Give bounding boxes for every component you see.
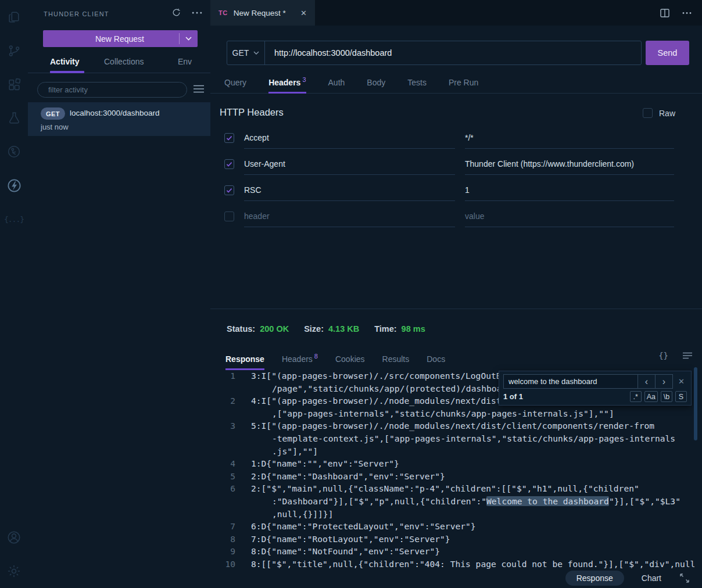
- code-line: .js"],""]: [210, 445, 702, 458]
- tab-results[interactable]: Results: [382, 349, 410, 370]
- filter-activity-input[interactable]: [37, 82, 187, 98]
- code-line: -template-context.js",["app-pages-intern…: [210, 432, 702, 445]
- header-checkbox[interactable]: [224, 133, 234, 143]
- refresh-icon[interactable]: [171, 8, 181, 17]
- selection-toggle[interactable]: S: [675, 391, 687, 402]
- header-name[interactable]: User-Agent: [244, 153, 455, 175]
- raw-toggle[interactable]: Raw: [643, 108, 675, 118]
- activity-list-item[interactable]: GET localhost:3000/dashboard just now: [28, 102, 210, 136]
- new-request-label: New Request: [43, 34, 179, 44]
- http-headers-title: HTTP Headers: [220, 107, 284, 118]
- tab-response-headers[interactable]: Headers8: [282, 349, 318, 370]
- header-name-input[interactable]: [244, 211, 455, 221]
- request-response-divider[interactable]: [210, 309, 702, 309]
- find-next-button[interactable]: ›: [656, 374, 673, 389]
- account-icon[interactable]: [0, 521, 28, 554]
- tab-headers[interactable]: Headers3: [268, 72, 306, 94]
- code-line: ,null,{}]]}]: [210, 508, 702, 521]
- format-json-icon[interactable]: {}: [658, 351, 668, 360]
- tab-tests[interactable]: Tests: [407, 72, 427, 94]
- snippets-icon[interactable]: {...}: [0, 202, 28, 236]
- thunder-client-app: {...} THUNDER CLIENT New Request: [0, 0, 702, 588]
- testing-flask-icon[interactable]: [0, 101, 28, 135]
- editor-strip-icons: [660, 0, 692, 26]
- whole-word-toggle[interactable]: \b: [661, 391, 672, 402]
- scrollbar-thumb[interactable]: [694, 367, 697, 440]
- activity-item-url: localhost:3000/dashboard: [70, 109, 160, 117]
- size-label: Size:: [304, 324, 324, 334]
- view-response-button[interactable]: Response: [565, 571, 624, 586]
- response-status-line: Status:200 OK Size:4.13 KB Time:98 ms: [227, 324, 425, 334]
- new-request-button[interactable]: New Request: [43, 30, 198, 47]
- thunder-client-icon[interactable]: [0, 168, 28, 202]
- size-value: 4.13 KB: [328, 324, 359, 334]
- editor-area: TC New Request * ✕ GET Send: [210, 0, 702, 588]
- time-value: 98 ms: [402, 324, 425, 334]
- tab-cookies[interactable]: Cookies: [335, 349, 365, 370]
- find-input[interactable]: [503, 374, 638, 389]
- extensions-icon[interactable]: [0, 67, 28, 101]
- raw-label: Raw: [659, 109, 675, 118]
- dependencies-icon[interactable]: [0, 135, 28, 168]
- expand-icon[interactable]: [679, 572, 690, 584]
- tab-env[interactable]: Env: [178, 57, 192, 66]
- more-actions-icon[interactable]: [192, 11, 202, 15]
- files-icon[interactable]: [0, 0, 28, 34]
- search-match-highlight: Welcome to the dashboard: [486, 496, 609, 506]
- view-chart-button[interactable]: Chart: [642, 573, 661, 583]
- tab-collections[interactable]: Collections: [104, 57, 144, 66]
- code-line: 41:D{"name":"","env":"Server"}: [210, 457, 702, 470]
- editor-tab-new-request[interactable]: TC New Request * ✕: [210, 0, 315, 26]
- header-row: RSC 1: [224, 179, 674, 201]
- tab-body[interactable]: Body: [367, 72, 385, 94]
- response-tabs: Response Headers8 Cookies Results Docs: [210, 350, 702, 368]
- code-line-with-match: :"Dashboard"}],["$","p",null,{"children"…: [210, 495, 702, 508]
- tab-response[interactable]: Response: [225, 349, 264, 370]
- header-value[interactable]: */*: [465, 127, 674, 149]
- find-close-icon[interactable]: ✕: [678, 377, 685, 386]
- close-tab-icon[interactable]: ✕: [300, 9, 307, 17]
- header-name[interactable]: RSC: [244, 179, 455, 201]
- status-label: Status:: [227, 324, 255, 334]
- active-tab-underline: [50, 71, 84, 73]
- header-name[interactable]: Accept: [244, 127, 455, 149]
- wrap-lines-icon[interactable]: [682, 352, 693, 359]
- time-label: Time:: [374, 324, 396, 334]
- header-row: Accept */*: [224, 127, 674, 149]
- tab-auth[interactable]: Auth: [328, 72, 345, 94]
- tab-prerun[interactable]: Pre Run: [449, 72, 478, 94]
- editor-more-actions-icon[interactable]: [682, 12, 692, 15]
- activity-menu-icon[interactable]: [193, 85, 205, 93]
- header-value[interactable]: 1: [465, 179, 674, 201]
- header-checkbox[interactable]: [224, 159, 234, 169]
- header-checkbox[interactable]: [224, 211, 234, 221]
- header-value[interactable]: Thunder Client (https://www.thunderclien…: [465, 153, 674, 175]
- header-value-input[interactable]: [465, 211, 674, 221]
- find-match-count: 1 of 1: [503, 392, 523, 401]
- thunder-sidebar: THUNDER CLIENT New Request Activity Coll…: [28, 0, 210, 588]
- regex-toggle[interactable]: .*: [630, 391, 642, 402]
- code-line: 52:D{"name":"Dashboard","env":"Server"}: [210, 470, 702, 483]
- find-previous-button[interactable]: ‹: [638, 374, 656, 389]
- match-case-toggle[interactable]: Aa: [644, 391, 658, 402]
- thunder-tab-logo: TC: [219, 9, 228, 16]
- code-line: 35:I["(app-pages-browser)/./node_modules…: [210, 420, 702, 432]
- header-checkbox[interactable]: [224, 185, 234, 195]
- url-input[interactable]: [265, 41, 641, 64]
- response-toolbar-icons: {}: [658, 351, 693, 360]
- split-editor-icon[interactable]: [660, 9, 669, 17]
- method-select[interactable]: GET: [227, 41, 265, 64]
- header-row: User-Agent Thunder Client (https://www.t…: [224, 153, 674, 175]
- request-url-bar: GET: [227, 41, 642, 65]
- tab-activity[interactable]: Activity: [50, 57, 80, 66]
- raw-checkbox[interactable]: [643, 108, 653, 118]
- tab-docs[interactable]: Docs: [427, 349, 445, 370]
- status-value: 200 OK: [260, 324, 289, 334]
- send-button[interactable]: Send: [646, 41, 689, 65]
- new-request-dropdown[interactable]: [179, 33, 198, 44]
- tab-query[interactable]: Query: [224, 72, 246, 94]
- code-line: ,["app-pages-internals","static/chunks/a…: [210, 407, 702, 420]
- sidebar-title: THUNDER CLIENT: [44, 10, 109, 17]
- settings-gear-icon[interactable]: [0, 554, 28, 588]
- source-control-icon[interactable]: [0, 34, 28, 67]
